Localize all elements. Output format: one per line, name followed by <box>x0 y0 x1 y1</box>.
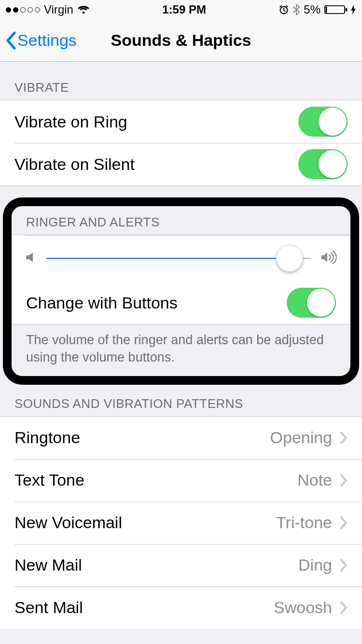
chevron-right-icon <box>340 601 348 615</box>
row-text-tone[interactable]: Text Tone Note <box>0 459 362 502</box>
chevron-right-icon <box>340 516 348 530</box>
row-label: New Voicemail <box>14 513 276 532</box>
battery-percentage: 5% <box>304 3 320 16</box>
highlighted-ringer-section: RINGER AND ALERTS Change with Buttons Th… <box>3 197 359 385</box>
row-vibrate-on-ring[interactable]: Vibrate on Ring <box>0 100 362 143</box>
back-button[interactable]: Settings <box>5 31 77 50</box>
speaker-low-icon <box>25 251 37 266</box>
battery-icon <box>324 4 356 15</box>
svg-rect-2 <box>326 7 327 13</box>
wifi-icon <box>77 5 90 14</box>
svg-rect-3 <box>346 8 348 11</box>
switch-vibrate-on-silent[interactable] <box>298 149 348 179</box>
row-label: Change with Buttons <box>26 294 287 312</box>
volume-slider[interactable] <box>46 257 311 259</box>
chevron-right-icon <box>340 474 348 487</box>
row-value: Swoosh <box>274 598 332 617</box>
switch-vibrate-on-ring[interactable] <box>298 107 348 137</box>
back-label: Settings <box>17 31 77 50</box>
ringer-rows: Change with Buttons <box>12 235 350 324</box>
sounds-rows: Ringtone Opening Text Tone Note New Voic… <box>0 416 362 629</box>
section-footer-ringer: The volume of the ringer and alerts can … <box>12 324 350 376</box>
row-new-mail[interactable]: New Mail Ding <box>0 544 362 587</box>
status-left: Virgin <box>6 3 90 16</box>
row-value: Ding <box>298 556 332 574</box>
chevron-right-icon <box>340 431 348 445</box>
row-label: Vibrate on Ring <box>14 112 298 131</box>
row-value: Opening <box>270 428 332 447</box>
row-label: Vibrate on Silent <box>14 155 298 174</box>
slider-fill <box>46 258 290 259</box>
section-header-ringer: RINGER AND ALERTS <box>12 206 350 235</box>
row-volume-slider <box>12 235 350 281</box>
row-label: Text Tone <box>14 471 297 490</box>
row-ringtone[interactable]: Ringtone Opening <box>0 417 362 459</box>
row-label: Sent Mail <box>14 598 274 617</box>
status-time: 1:59 PM <box>162 3 206 16</box>
carrier-label: Virgin <box>44 3 73 16</box>
bluetooth-icon <box>293 4 300 15</box>
speaker-high-icon <box>320 250 337 266</box>
status-bar: Virgin 1:59 PM 5% <box>0 0 362 19</box>
switch-change-with-buttons[interactable] <box>287 288 336 318</box>
vibrate-rows: Vibrate on Ring Vibrate on Silent <box>0 100 362 186</box>
slider-thumb[interactable] <box>276 245 303 272</box>
alarm-icon <box>278 4 289 15</box>
row-label: Ringtone <box>14 428 270 447</box>
status-right: 5% <box>278 3 356 16</box>
svg-rect-1 <box>325 6 345 14</box>
row-sent-mail[interactable]: Sent Mail Swoosh <box>0 587 362 629</box>
row-value: Tri-tone <box>276 513 332 532</box>
section-header-sounds: SOUNDS AND VIBRATION PATTERNS <box>0 386 362 416</box>
nav-bar: Settings Sounds & Haptics <box>0 19 362 62</box>
row-label: New Mail <box>14 556 298 574</box>
row-new-voicemail[interactable]: New Voicemail Tri-tone <box>0 502 362 544</box>
chevron-left-icon <box>5 31 16 50</box>
row-value: Note <box>297 471 332 490</box>
section-header-vibrate: VIBRATE <box>0 62 362 100</box>
row-vibrate-on-silent[interactable]: Vibrate on Silent <box>0 143 362 185</box>
signal-strength-icon <box>6 7 40 13</box>
chevron-right-icon <box>340 559 348 572</box>
row-change-with-buttons[interactable]: Change with Buttons <box>12 281 350 324</box>
